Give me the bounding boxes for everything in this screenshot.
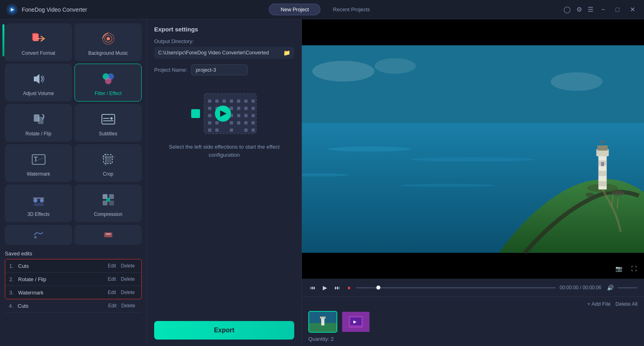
tool-subtitles[interactable]: Subtitles [74,104,142,142]
tool-crop[interactable]: Crop [74,144,142,182]
saved-edit-delete-btn-2[interactable]: Delete [118,276,137,283]
tool-3d-effects[interactable]: 3D Effects [5,184,72,222]
svg-rect-41 [230,99,233,103]
tool-convert-format-label: Convert Format [22,50,55,56]
saved-edit-item-2: 2. Rotate / Flip Edit Delete [5,273,141,286]
svg-rect-40 [223,99,226,103]
volume-bar[interactable] [617,287,638,288]
tool-filter-effect-label: Filter / Effect [95,91,122,96]
tool-partial-right[interactable] [74,225,142,245]
svg-rect-51 [208,114,211,117]
tool-filter-effect[interactable]: Filter / Effect [74,64,142,102]
saved-edit-edit-btn-2[interactable]: Edit [105,276,119,283]
close-button[interactable]: ✕ [627,5,638,14]
delete-all-button[interactable]: Delete All [615,301,638,307]
svg-rect-50 [252,107,255,110]
volume-icon-btn[interactable]: 🔊 [605,284,615,292]
right-panel: 📷 ⛶ ⏮ ▶ ⏭ ● 00:00:00 / 00:00:06 🔊 [302,19,644,346]
svg-rect-85 [597,145,608,151]
tool-convert-format[interactable]: Convert Format [5,23,72,61]
saved-edit-name-1: Cuts [18,263,105,269]
tool-background-music[interactable]: Background Music [74,23,142,61]
saved-edits-highlighted-list: 1. Cuts Edit Delete 2. Rotate / Flip Edi… [5,259,142,299]
svg-rect-87 [601,162,604,166]
video-overlay-icons: 📷 ⛶ [613,263,640,275]
screenshot-icon[interactable]: 📷 [613,263,625,275]
svg-marker-8 [34,74,39,84]
svg-rect-64 [215,128,219,132]
quantity-text: Quantity: 2 [308,336,638,342]
svg-rect-59 [230,121,233,124]
user-icon[interactable]: ◯ [564,6,571,13]
svg-rect-55 [244,114,248,117]
svg-rect-60 [237,121,240,124]
time-current: 00:00:00 [560,285,579,290]
svg-rect-24 [105,156,111,163]
output-directory-label: Output Directory: [154,38,294,44]
tool-compression[interactable]: Compression [74,184,142,222]
svg-rect-14 [102,114,115,124]
svg-rect-35 [104,232,112,237]
add-file-button[interactable]: + Add File [587,301,611,307]
record-button[interactable]: ● [346,284,352,292]
gear-icon[interactable]: ⚙ [576,6,582,13]
saved-edit-name-2: Rotate / Flip [18,276,105,282]
saved-edit-delete-btn-3[interactable]: Delete [118,289,137,296]
saved-edit-edit-btn-3[interactable]: Edit [105,289,119,296]
convert-icon [30,30,47,47]
app-logo [6,4,18,15]
project-name-label: Project Name: [154,67,187,73]
svg-rect-13 [38,117,43,124]
svg-rect-28 [33,197,44,199]
svg-rect-49 [244,107,248,110]
saved-edit-delete-btn-4[interactable]: Delete [119,302,138,309]
tab-recent-projects[interactable]: Recent Projects [322,4,381,15]
menu-icon[interactable]: ☰ [588,6,593,13]
project-name-input[interactable] [191,64,248,75]
tool-adjust-volume[interactable]: Adjust Volume [5,64,72,102]
tab-new-project[interactable]: New Project [269,4,320,15]
skip-forward-button[interactable]: ⏭ [333,284,342,292]
video-scene [302,19,644,279]
video-preview: 📷 ⛶ [302,19,644,279]
minimize-button[interactable]: − [599,5,607,14]
saved-edits-title: Saved edits [5,251,142,257]
saved-edit-delete-btn-1[interactable]: Delete [118,262,137,269]
skip-back-button[interactable]: ⏮ [308,284,317,292]
svg-rect-71 [302,19,644,45]
play-button[interactable]: ▶ [321,284,329,292]
subtitle-icon [100,111,117,128]
maximize-button[interactable]: □ [613,5,622,14]
svg-point-78 [400,184,494,187]
rotate-icon [30,111,47,128]
svg-point-92 [312,61,375,82]
tool-adjust-volume-label: Adjust Volume [23,91,54,96]
svg-rect-30 [109,194,114,199]
folder-icon[interactable]: 📁 [283,50,290,56]
tool-partial-left[interactable] [5,225,72,245]
titlebar: FoneDog Video Converter New Project Rece… [0,0,644,19]
svg-rect-82 [599,171,607,176]
svg-rect-83 [599,181,607,186]
svg-rect-54 [237,114,240,117]
thumbnail-2[interactable]: ▶ [341,311,370,333]
3d-icon [30,191,47,208]
saved-edit-num-3: 3. [9,290,18,296]
svg-rect-32 [109,201,114,205]
tool-watermark[interactable]: T Watermark [5,144,72,182]
svg-point-75 [328,147,411,152]
svg-rect-48 [237,107,240,110]
svg-point-89 [585,193,594,197]
tool-rotate-flip[interactable]: Rotate / Flip [5,104,72,142]
saved-edit-edit-btn-1[interactable]: Edit [105,262,119,269]
svg-rect-44 [252,99,255,103]
thumbnail-1[interactable] [308,311,337,333]
file-area-header: + Add File Delete All [308,301,638,307]
saved-edit-edit-btn-4[interactable]: Edit [106,302,119,309]
progress-bar[interactable] [356,287,555,288]
file-area: + Add File Delete All [302,296,644,346]
fullscreen-icon[interactable]: ⛶ [628,263,640,275]
export-button[interactable]: Export [154,321,294,340]
svg-point-93 [374,58,416,74]
titlebar-left: FoneDog Video Converter [6,4,87,15]
